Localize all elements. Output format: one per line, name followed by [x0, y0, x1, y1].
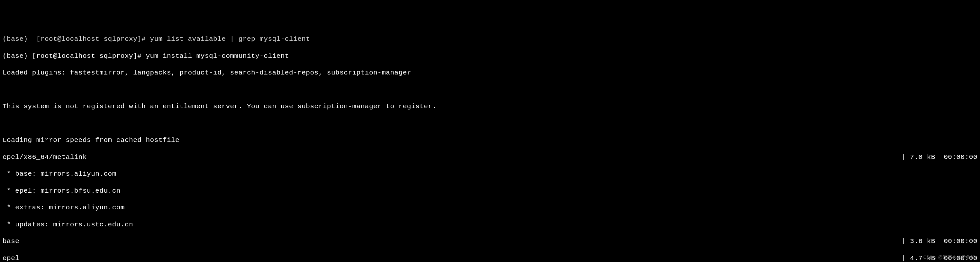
terminal-blank-line — [3, 86, 977, 94]
watermark: CSDN @沉下心来学鲁班 — [923, 255, 975, 260]
repo-metalink-line: epel/x86_64/metalink| 7.0 kB 00:00:00 — [3, 153, 977, 161]
terminal-line: (base) [root@localhost sqlproxy]# yum in… — [3, 52, 977, 60]
mirror-line-epel: * epel: mirrors.bfsu.edu.cn — [3, 187, 977, 195]
repo-size-line: epel| 4.7 kB 00:00:00 — [3, 254, 977, 262]
mirror-line-base: * base: mirrors.aliyun.com — [3, 170, 977, 178]
mirror-line-extras: * extras: mirrors.aliyun.com — [3, 204, 977, 212]
truncated-top-line: (base) [root@localhost sqlproxy]# yum li… — [3, 35, 977, 43]
mirror-line-updates: * updates: mirrors.ustc.edu.cn — [3, 221, 977, 229]
terminal-line: Loading mirror speeds from cached hostfi… — [3, 136, 977, 145]
terminal-line: This system is not registered with an en… — [3, 103, 977, 111]
repo-size-line: base| 3.6 kB 00:00:00 — [3, 237, 977, 246]
terminal-blank-line — [3, 120, 977, 128]
terminal-line: Loaded plugins: fastestmirror, langpacks… — [3, 69, 977, 77]
